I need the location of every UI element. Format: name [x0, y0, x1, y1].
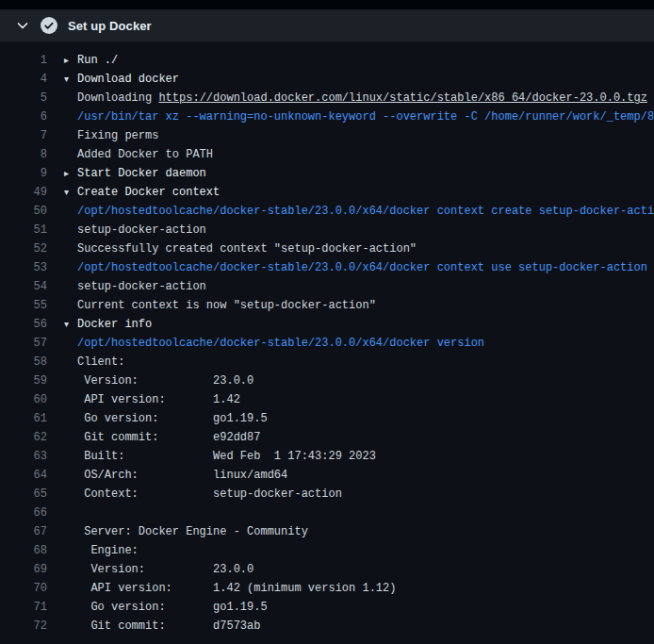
log-line[interactable]: 49▾Create Docker context — [0, 183, 654, 202]
log-line: 69 Version: 23.0.0 — [0, 560, 654, 579]
line-number[interactable]: 59 — [0, 372, 47, 390]
log-line: 58Client: — [0, 353, 654, 372]
log-line[interactable]: 9▸Start Docker daemon — [0, 164, 654, 183]
line-number[interactable]: 72 — [0, 617, 47, 636]
log-text: Built: Wed Feb 1 17:43:29 2023 — [47, 447, 376, 466]
log-line-text: Context: setup-docker-action — [77, 487, 342, 501]
log-line-text: Git commit: e92dd87 — [77, 431, 260, 444]
line-number[interactable]: 6 — [0, 107, 47, 126]
log-line: 53/opt/hostedtoolcache/docker-stable/23.… — [0, 258, 654, 277]
log-line: 57/opt/hostedtoolcache/docker-stable/23.… — [0, 334, 654, 353]
log-line-text: API version: 1.42 — [77, 393, 240, 406]
log-line: 66 — [0, 504, 654, 522]
log-text: ▾Docker info — [47, 315, 152, 334]
line-number[interactable]: 62 — [0, 428, 47, 447]
log-line[interactable]: 4▾Download docker — [0, 70, 654, 89]
log-line-text: setup-docker-action — [77, 223, 206, 237]
log-line: 67 Server: Docker Engine - Community — [0, 522, 654, 541]
log-container[interactable]: 1▸Run ./4▾Download docker5Downloading ht… — [0, 41, 654, 644]
log-line: 63 Built: Wed Feb 1 17:43:29 2023 — [0, 447, 654, 466]
line-number[interactable]: 63 — [0, 447, 47, 466]
line-number[interactable]: 70 — [0, 579, 47, 598]
log-line-text: Run ./ — [77, 54, 118, 67]
log-text: /opt/hostedtoolcache/docker-stable/23.0.… — [47, 202, 654, 221]
log-line: 61 Go version: go1.19.5 — [0, 409, 654, 428]
log-line: 54setup-docker-action — [0, 277, 654, 296]
log-line[interactable]: 1▸Run ./ — [0, 51, 654, 70]
log-text: Downloading https://download.docker.com/… — [47, 89, 647, 107]
log-text: /usr/bin/tar xz --warning=no-unknown-key… — [47, 107, 654, 126]
step-header[interactable]: Set up Docker — [0, 9, 654, 41]
log-line-text: Added Docker to PATH — [77, 148, 213, 161]
line-number[interactable]: 69 — [0, 560, 47, 579]
line-number[interactable]: 5 — [0, 89, 47, 107]
log-line-text: Downloading — [77, 91, 158, 105]
line-number[interactable]: 49 — [0, 183, 47, 202]
line-number[interactable]: 67 — [0, 522, 47, 541]
log-line: 62 Git commit: e92dd87 — [0, 428, 654, 447]
log-text: /opt/hostedtoolcache/docker-stable/23.0.… — [47, 258, 647, 277]
log-text: Engine: — [47, 541, 139, 560]
log-text: Server: Docker Engine - Community — [47, 522, 308, 541]
log-line: 72 Git commit: d7573ab — [0, 617, 654, 636]
line-number[interactable]: 53 — [0, 258, 47, 277]
line-number[interactable]: 65 — [0, 485, 47, 504]
line-number[interactable]: 58 — [0, 353, 47, 372]
log-text: Version: 23.0.0 — [47, 560, 253, 579]
log-text: Go version: go1.19.5 — [47, 598, 268, 617]
log-line: 7Fixing perms — [0, 126, 654, 145]
log-text: /opt/hostedtoolcache/docker-stable/23.0.… — [47, 334, 484, 353]
log-text: Current context is now "setup-docker-act… — [47, 296, 376, 315]
log-line-text: Current context is now "setup-docker-act… — [77, 299, 376, 312]
line-number[interactable]: 52 — [0, 239, 47, 258]
log-text: ▾Download docker — [47, 70, 179, 89]
log-line-text: API version: 1.42 (minimum version 1.12) — [77, 582, 396, 595]
line-number[interactable]: 66 — [0, 504, 47, 522]
line-number[interactable]: 51 — [0, 221, 47, 239]
chevron-down-icon[interactable] — [15, 18, 30, 33]
line-number[interactable]: 55 — [0, 296, 47, 315]
log-line-text: Docker info — [77, 318, 152, 331]
log-line-text: Engine: — [77, 544, 139, 557]
log-line: 51setup-docker-action — [0, 221, 654, 239]
log-line[interactable]: 56▾Docker info — [0, 315, 654, 334]
line-number[interactable]: 9 — [0, 164, 47, 183]
log-line-text: Start Docker daemon — [77, 167, 206, 180]
line-number[interactable]: 4 — [0, 70, 47, 89]
log-text: ▸Start Docker daemon — [47, 164, 206, 183]
log-line-text: /opt/hostedtoolcache/docker-stable/23.0.… — [77, 337, 484, 350]
log-line-text: Server: Docker Engine - Community — [77, 525, 308, 538]
log-line: 59 Version: 23.0.0 — [0, 372, 654, 390]
line-number[interactable]: 54 — [0, 277, 47, 296]
line-number[interactable]: 1 — [0, 51, 47, 70]
log-line: 60 API version: 1.42 — [0, 390, 654, 409]
log-text: Context: setup-docker-action — [47, 485, 342, 504]
log-text: Fixing perms — [47, 126, 158, 145]
log-text: API version: 1.42 (minimum version 1.12) — [47, 579, 396, 598]
triangle-down-icon: ▾ — [64, 315, 77, 334]
line-number[interactable]: 60 — [0, 390, 47, 409]
log-link[interactable]: https://download.docker.com/linux/static… — [158, 91, 646, 105]
line-number[interactable]: 7 — [0, 126, 47, 145]
log-line: 6/usr/bin/tar xz --warning=no-unknown-ke… — [0, 107, 654, 126]
log-text: setup-docker-action — [47, 277, 206, 296]
log-text: OS/Arch: linux/amd64 — [47, 466, 287, 485]
line-number[interactable]: 56 — [0, 315, 47, 334]
log-text: Successfully created context "setup-dock… — [47, 239, 417, 258]
line-number[interactable]: 8 — [0, 145, 47, 164]
log-text: Client: — [47, 353, 124, 372]
line-number[interactable]: 61 — [0, 409, 47, 428]
log-line: 55Current context is now "setup-docker-a… — [0, 296, 654, 315]
line-number[interactable]: 50 — [0, 202, 47, 221]
log-text: setup-docker-action — [47, 221, 206, 239]
log-text: Git commit: e92dd87 — [47, 428, 260, 447]
line-number[interactable]: 71 — [0, 598, 47, 617]
log-line-text: Built: Wed Feb 1 17:43:29 2023 — [77, 450, 376, 463]
log-text: Added Docker to PATH — [47, 145, 213, 164]
line-number[interactable]: 64 — [0, 466, 47, 485]
line-number[interactable]: 57 — [0, 334, 47, 353]
log-text: Go version: go1.19.5 — [47, 409, 268, 428]
log-line: 65 Context: setup-docker-action — [0, 485, 654, 504]
line-number[interactable]: 68 — [0, 541, 47, 560]
log-line-text: /usr/bin/tar xz --warning=no-unknown-key… — [77, 110, 654, 124]
